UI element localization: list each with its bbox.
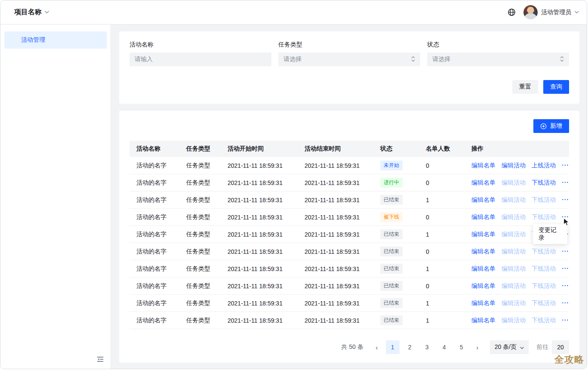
cell-status: 进行中 bbox=[373, 178, 419, 187]
project-title-dropdown[interactable]: 项目名称 bbox=[14, 8, 49, 17]
action-edit-list[interactable]: 编辑名单 bbox=[471, 162, 496, 170]
cell-status: 已结束 bbox=[373, 281, 419, 290]
cell-task-type: 任务类型 bbox=[179, 196, 221, 204]
action-edit-activity[interactable]: 编辑活动 bbox=[502, 162, 526, 170]
goto-page-input[interactable]: 20 bbox=[552, 340, 569, 354]
table-body: 活动的名字任务类型2021-11-11 18:59:312021-11-11 1… bbox=[129, 157, 569, 329]
cell-start-time: 2021-11-11 18:59:31 bbox=[221, 317, 298, 324]
action-edit-list[interactable]: 编辑名单 bbox=[471, 179, 496, 187]
cell-end-time: 2021-11-11 18:59:31 bbox=[298, 248, 373, 255]
page-button[interactable]: 5 bbox=[455, 340, 468, 354]
table-row: 活动的名字任务类型2021-11-11 18:59:312021-11-11 1… bbox=[129, 226, 569, 243]
action-edit-activity: 编辑活动 bbox=[502, 282, 526, 290]
action-edit-activity: 编辑活动 bbox=[502, 213, 526, 221]
action-more[interactable]: ··· bbox=[562, 248, 569, 256]
cell-status: 被下线 bbox=[373, 212, 419, 222]
page-button[interactable]: 2 bbox=[403, 340, 417, 354]
menu-fold-icon[interactable] bbox=[96, 355, 104, 363]
cell-actions: 编辑名单编辑活动下线活动··· bbox=[465, 196, 569, 204]
action-more[interactable]: ··· bbox=[562, 317, 569, 324]
action-more[interactable]: ··· bbox=[562, 213, 569, 221]
cell-end-time: 2021-11-11 18:59:31 bbox=[298, 179, 373, 186]
cell-start-time: 2021-11-11 18:59:31 bbox=[221, 231, 298, 238]
task-type-select[interactable]: 请选择 bbox=[278, 52, 420, 66]
cell-actions: 编辑名单编辑活动上线活动··· bbox=[465, 162, 569, 170]
action-toggle-online: 下线活动 bbox=[532, 317, 556, 324]
cell-start-time: 2021-11-11 18:59:31 bbox=[221, 197, 298, 204]
status-badge: 已结束 bbox=[380, 281, 403, 290]
action-toggle-online[interactable]: 上线活动 bbox=[532, 162, 556, 170]
action-edit-list[interactable]: 编辑名单 bbox=[471, 231, 496, 238]
watermark: 全攻略 bbox=[554, 353, 584, 366]
activity-name-input[interactable]: 请输入 bbox=[129, 52, 271, 66]
next-page-button[interactable]: › bbox=[472, 340, 483, 354]
page-size-select[interactable]: 20 条/页 bbox=[490, 340, 529, 354]
user-name: 活动管理员 bbox=[541, 9, 571, 16]
field-label: 活动名称 bbox=[129, 41, 271, 49]
add-button-label: 新增 bbox=[550, 122, 562, 130]
globe-icon[interactable] bbox=[508, 8, 516, 16]
sidebar: 活动管理 bbox=[0, 25, 111, 369]
top-bar: 项目名称 活动管理员 bbox=[0, 0, 587, 25]
column-header: 活动结束时间 bbox=[298, 145, 373, 153]
cell-start-time: 2021-11-11 18:59:31 bbox=[221, 300, 298, 307]
cell-end-time: 2021-11-11 18:59:31 bbox=[298, 231, 373, 238]
goto-label: 前往 bbox=[536, 343, 548, 351]
action-edit-list[interactable]: 编辑名单 bbox=[471, 317, 496, 324]
action-more[interactable]: ··· bbox=[562, 162, 569, 170]
action-edit-activity: 编辑活动 bbox=[502, 265, 526, 273]
table-header: 活动名称 任务类型 活动开始时间 活动结束时间 状态 名单人数 操作 bbox=[129, 141, 569, 157]
action-more[interactable]: ··· bbox=[562, 179, 569, 187]
column-header: 活动开始时间 bbox=[221, 145, 298, 153]
status-badge: 进行中 bbox=[380, 178, 403, 187]
cell-actions: 编辑名单编辑活动下线活动··· bbox=[465, 282, 569, 290]
status-select[interactable]: 请选择 bbox=[427, 52, 569, 66]
field-label: 状态 bbox=[427, 41, 569, 49]
user-menu[interactable]: 活动管理员 bbox=[523, 5, 579, 19]
action-more[interactable]: ··· bbox=[562, 299, 569, 307]
cell-activity-name: 活动的名字 bbox=[129, 196, 179, 204]
cell-start-time: 2021-11-11 18:59:31 bbox=[221, 265, 298, 272]
status-badge: 已结束 bbox=[380, 264, 403, 273]
action-edit-list[interactable]: 编辑名单 bbox=[471, 265, 496, 273]
cell-status: 已结束 bbox=[373, 229, 419, 239]
cell-task-type: 任务类型 bbox=[179, 179, 221, 187]
avatar bbox=[523, 5, 538, 19]
page-button[interactable]: 1 bbox=[386, 340, 400, 354]
page-button[interactable]: 4 bbox=[437, 340, 451, 354]
cell-activity-name: 活动的名字 bbox=[129, 179, 179, 187]
table-panel: 新增 活动名称 任务类型 活动开始时间 活动结束时间 状态 名单人数 操作 活动… bbox=[119, 111, 579, 363]
action-edit-list[interactable]: 编辑名单 bbox=[471, 196, 496, 204]
search-button[interactable]: 查询 bbox=[543, 80, 569, 94]
action-more[interactable]: ··· bbox=[562, 282, 569, 290]
action-edit-activity: 编辑活动 bbox=[502, 179, 526, 187]
prev-page-button[interactable]: ‹ bbox=[371, 340, 382, 354]
cell-actions: 编辑名单编辑活动下线活动··· bbox=[465, 317, 569, 324]
cell-activity-name: 活动的名字 bbox=[129, 282, 179, 290]
field-label: 任务类型 bbox=[278, 41, 420, 49]
table-row: 活动的名字任务类型2021-11-11 18:59:312021-11-11 1… bbox=[129, 278, 569, 295]
action-edit-list[interactable]: 编辑名单 bbox=[471, 248, 496, 256]
action-more[interactable]: ··· bbox=[562, 265, 569, 273]
add-button[interactable]: 新增 bbox=[533, 119, 569, 133]
action-edit-list[interactable]: 编辑名单 bbox=[471, 213, 496, 221]
table-row: 活动的名字任务类型2021-11-11 18:59:312021-11-11 1… bbox=[129, 191, 569, 209]
table-row: 活动的名字任务类型2021-11-11 18:59:312021-11-11 1… bbox=[129, 209, 569, 226]
reset-button[interactable]: 重置 bbox=[512, 80, 538, 94]
action-more[interactable]: ··· bbox=[562, 196, 569, 204]
change-record-menu-item[interactable]: 变更记录 bbox=[539, 226, 562, 242]
cell-status: 已结束 bbox=[373, 264, 419, 273]
sidebar-item-activity-management[interactable]: 活动管理 bbox=[4, 31, 107, 49]
action-toggle-online: 下线活动 bbox=[532, 248, 556, 256]
action-toggle-online[interactable]: 下线活动 bbox=[532, 179, 556, 187]
more-actions-menu: 变更记录 bbox=[533, 224, 567, 244]
action-edit-list[interactable]: 编辑名单 bbox=[471, 282, 496, 290]
action-edit-activity: 编辑活动 bbox=[502, 231, 526, 238]
status-badge: 已结束 bbox=[380, 229, 403, 239]
action-edit-list[interactable]: 编辑名单 bbox=[471, 299, 496, 307]
page-button[interactable]: 3 bbox=[420, 340, 434, 354]
action-edit-activity: 编辑活动 bbox=[502, 248, 526, 256]
column-header: 活动名称 bbox=[129, 145, 179, 153]
cell-activity-name: 活动的名字 bbox=[129, 213, 179, 221]
select-arrows-icon bbox=[411, 56, 415, 63]
